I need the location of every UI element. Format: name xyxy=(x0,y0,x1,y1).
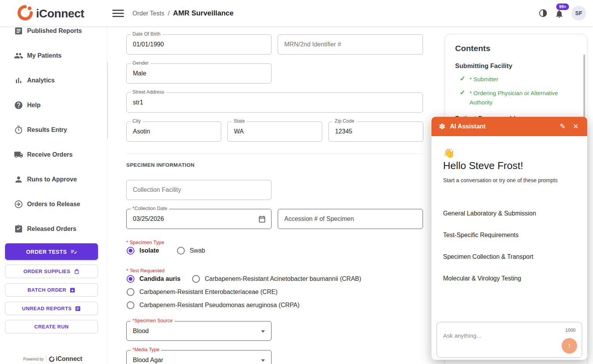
zip-code-field[interactable]: Zip Code 12345 xyxy=(328,121,423,142)
radio-candida-auris[interactable]: Candida auris xyxy=(127,275,180,283)
radio-crab[interactable]: Carbapenem-Resistant Acinetobacter bauma… xyxy=(192,275,361,283)
task-check-icon xyxy=(14,224,23,234)
radio-selected-icon xyxy=(127,247,134,255)
batch-order-button[interactable]: BATCH ORDER xyxy=(5,283,98,297)
accession-number-field[interactable]: Accession # of Specimen xyxy=(278,209,423,229)
radio-label: Candida auris xyxy=(139,275,180,282)
gender-value: Male xyxy=(133,70,146,77)
supplies-bag-icon xyxy=(74,268,80,275)
notifications-bell-icon[interactable] xyxy=(555,9,564,19)
specimen-source-select[interactable]: *Specimen Source Blood xyxy=(126,321,272,341)
collection-date-field[interactable]: *Collection Date 03/25/2026 xyxy=(126,209,272,229)
ai-char-count: 1000 xyxy=(565,328,576,333)
zip-code-value: 12345 xyxy=(335,128,352,135)
check-icon: ✓ xyxy=(460,75,465,83)
ai-assistant-panel: ✽ AI Assistant ✎ ✕ 👋 Hello Steve Frost! … xyxy=(431,117,587,360)
state-value: WA xyxy=(234,128,244,135)
radio-isolate[interactable]: Isolate xyxy=(127,247,159,255)
collection-date-label: *Collection Date xyxy=(131,206,169,211)
city-field[interactable]: City Asotin xyxy=(126,121,221,142)
collection-facility-placeholder: Collection Facility xyxy=(133,186,181,193)
powered-by-footer: Powered by iConnect xyxy=(23,355,82,363)
document-icon xyxy=(14,26,23,36)
sidebar-item-published-reports[interactable]: Published Reports xyxy=(0,26,107,43)
radio-cre[interactable]: Carbapenem-Resistant Enterobacteriaceae … xyxy=(127,288,278,296)
breadcrumb-parent[interactable]: Order Tests xyxy=(132,10,164,17)
ai-prompt-test-specific[interactable]: Test-Specific Requirements xyxy=(443,232,519,239)
collection-facility-field[interactable]: Collection Facility xyxy=(126,180,272,200)
sidebar-item-my-patients[interactable]: My Patients xyxy=(0,43,107,68)
media-type-select[interactable]: *Media Type Blood Agar xyxy=(126,350,272,364)
ai-edit-icon[interactable]: ✎ xyxy=(560,122,565,131)
radio-label: Carbapenem-Resistant Acinetobacter bauma… xyxy=(205,275,361,282)
mrn-field[interactable]: MRN/2nd Identifier # xyxy=(278,34,423,55)
wave-emoji: 👋 xyxy=(443,148,455,159)
radio-unselected-icon xyxy=(177,247,185,255)
contents-item-ordering-physician[interactable]: ✓ * Ordering Physician or Alternative Au… xyxy=(460,89,573,107)
ai-chat-input[interactable]: 1000 Ask anything... ↑ xyxy=(437,322,582,358)
footer-logo-text: iConnect xyxy=(56,355,82,362)
radio-label: Carbapenem-Resistant Enterobacteriaceae … xyxy=(139,289,278,296)
menu-hamburger-icon[interactable] xyxy=(112,10,124,17)
radio-crpa[interactable]: Carbapenem-Resistant Pseudomonas aerugin… xyxy=(127,301,299,309)
ai-prompt-specimen-collection[interactable]: Specimen Collection & Transport xyxy=(443,253,533,260)
sidebar-item-runs-to-approve[interactable]: Runs to Approve xyxy=(0,167,107,192)
zip-code-label: Zip Code xyxy=(333,118,356,124)
chevron-down-icon xyxy=(261,330,265,333)
ai-send-button[interactable]: ↑ xyxy=(562,338,577,354)
sidebar-item-label: Results Entry xyxy=(27,126,67,133)
sidebar-item-receive-orders[interactable]: Receive Orders xyxy=(0,142,107,167)
app-logo: iConnect xyxy=(17,5,84,22)
ai-close-icon[interactable]: ✕ xyxy=(573,122,579,131)
person-icon xyxy=(14,175,23,184)
sidebar-item-released-orders[interactable]: Released Orders xyxy=(0,217,107,241)
sidebar-item-results-entry[interactable]: Results Entry xyxy=(0,118,107,142)
chevron-down-icon xyxy=(261,359,265,362)
radio-swab[interactable]: Swab xyxy=(177,247,205,255)
check-icon: ✓ xyxy=(460,89,465,97)
ai-prompt-molecular-virology[interactable]: Molecular & Virology Testing xyxy=(443,275,521,282)
date-of-birth-value: 01/01/1990 xyxy=(133,41,164,48)
create-run-label: CREATE RUN xyxy=(34,324,69,330)
street-address-field[interactable]: Street Address str1 xyxy=(126,92,423,113)
date-of-birth-field[interactable]: Date Of Birth 01/01/1990 xyxy=(126,34,272,55)
ai-prompt-general-laboratory[interactable]: General Laboratory & Submission xyxy=(443,210,536,217)
release-icon xyxy=(14,200,23,209)
sidebar-item-label: Runs to Approve xyxy=(27,176,77,183)
sidebar-item-help[interactable]: Help xyxy=(0,93,107,118)
street-address-label: Street Address xyxy=(131,89,166,95)
notifications-count-badge: 99+ xyxy=(556,3,569,10)
state-label: State xyxy=(232,118,247,124)
order-supplies-button[interactable]: ORDER SUPPLIES xyxy=(5,265,98,278)
sidebar-item-analytics[interactable]: Analytics xyxy=(0,68,107,93)
gender-label: Gender xyxy=(131,60,151,66)
powered-by-label: Powered by xyxy=(23,357,44,361)
street-address-value: str1 xyxy=(133,99,143,106)
radio-label: Swab xyxy=(190,247,205,254)
state-field[interactable]: State WA xyxy=(227,121,322,142)
sidebar-item-label: Help xyxy=(27,102,41,109)
city-value: Asotin xyxy=(133,128,150,135)
specimen-information-heading: SPECIMEN INFORMATION xyxy=(126,162,195,168)
sidebar-nav: Published Reports My Patients Analytics … xyxy=(0,26,107,241)
sidebar-item-orders-to-release[interactable]: Orders to Release xyxy=(0,192,107,217)
test-requested-row-1: Candida auris Carbapenem-Resistant Acine… xyxy=(127,275,361,283)
sidebar-item-label: My Patients xyxy=(27,52,62,59)
contents-item-label: * Ordering Physician or Alternative Auth… xyxy=(469,89,573,107)
contents-item-submitter[interactable]: ✓ * Submitter xyxy=(460,75,573,84)
gender-field[interactable]: Gender Male xyxy=(126,63,272,84)
specimen-source-value: Blood xyxy=(133,328,149,335)
user-avatar[interactable]: SF xyxy=(571,6,586,21)
create-run-button[interactable]: CREATE RUN xyxy=(5,320,98,333)
test-requested-row-2: Carbapenem-Resistant Enterobacteriaceae … xyxy=(127,288,278,296)
accession-number-placeholder: Accession # of Specimen xyxy=(284,215,354,222)
unread-reports-button[interactable]: UNREAD REPORTS xyxy=(5,302,98,315)
order-tests-button[interactable]: ORDER TESTS xyxy=(5,243,98,260)
calendar-icon[interactable] xyxy=(258,215,266,225)
radio-selected-icon xyxy=(127,275,134,283)
ai-subtitle: Start a conversation or try one of these… xyxy=(443,177,558,183)
app-screen: iConnect Order Tests / AMR Surveillance … xyxy=(0,0,593,364)
theme-contrast-icon[interactable] xyxy=(538,9,548,18)
footer-divider xyxy=(46,355,46,363)
page-title: AMR Surveillance xyxy=(173,9,234,17)
